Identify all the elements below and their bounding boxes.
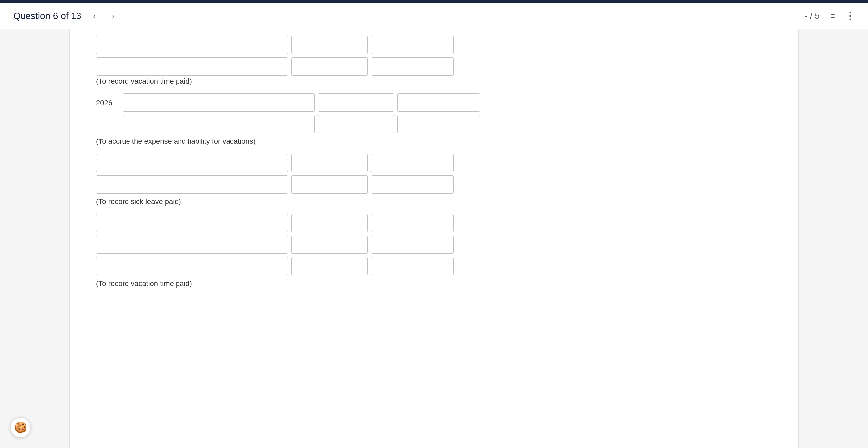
row-group-top [96, 36, 772, 54]
input-row [96, 36, 772, 54]
input-row [123, 93, 772, 112]
input-field[interactable] [371, 36, 454, 54]
input-field[interactable] [96, 57, 288, 76]
input-field[interactable] [123, 93, 315, 112]
input-field[interactable] [96, 36, 288, 54]
score-display: - / 5 [805, 10, 820, 21]
input-field[interactable] [123, 115, 315, 133]
input-row [96, 257, 772, 275]
left-sidebar [0, 29, 69, 448]
input-field[interactable] [318, 93, 394, 112]
input-field[interactable] [371, 57, 454, 76]
input-field[interactable] [291, 257, 368, 275]
cookie-button[interactable]: 🍪 [10, 417, 31, 438]
input-field[interactable] [96, 257, 288, 275]
input-row [96, 154, 772, 172]
input-field[interactable] [291, 175, 368, 193]
input-field[interactable] [291, 57, 368, 76]
list-icon[interactable]: ≡ [830, 11, 835, 21]
input-field[interactable] [291, 154, 368, 172]
year-label-2026: 2026 [96, 93, 123, 107]
input-row [96, 214, 772, 232]
input-row [123, 115, 772, 133]
input-field[interactable] [371, 175, 454, 193]
input-row [96, 236, 772, 254]
content-area: (To record vacation time paid) 2026 [69, 29, 799, 448]
input-field[interactable] [371, 257, 454, 275]
header-right: - / 5 ≡ ⋮ [805, 10, 855, 21]
input-row [96, 57, 772, 76]
input-field[interactable] [371, 154, 454, 172]
input-field[interactable] [96, 236, 288, 254]
input-field[interactable] [397, 115, 480, 133]
cookie-circle: 🍪 [10, 417, 31, 438]
header: Question 6 of 13 ‹ › - / 5 ≡ ⋮ [0, 3, 868, 29]
question-title: Question 6 of 13 [13, 10, 81, 21]
header-left: Question 6 of 13 ‹ › [13, 9, 118, 23]
input-field[interactable] [371, 214, 454, 232]
row-group-vacation-paid-2 [96, 214, 772, 275]
next-arrow-button[interactable]: › [107, 9, 118, 23]
description-accrue: (To accrue the expense and liability for… [96, 137, 772, 146]
description-vacation-paid-2: (To record vacation time paid) [96, 279, 772, 288]
input-field[interactable] [291, 236, 368, 254]
row-group-vacation-paid-1 [96, 57, 772, 76]
description-vacation-paid-1: (To record vacation time paid) [96, 77, 772, 86]
input-row [96, 175, 772, 193]
row-group-sick-leave [96, 154, 772, 193]
input-field[interactable] [96, 175, 288, 193]
prev-arrow-button[interactable]: ‹ [89, 9, 100, 23]
main-content: (To record vacation time paid) 2026 [0, 29, 868, 448]
input-field[interactable] [96, 154, 288, 172]
input-field[interactable] [318, 115, 394, 133]
more-icon[interactable]: ⋮ [845, 10, 855, 21]
input-field[interactable] [291, 36, 368, 54]
input-field[interactable] [397, 93, 480, 112]
section-2026-accrue: 2026 (To accrue the expense a [96, 93, 772, 146]
description-sick-leave: (To record sick leave paid) [96, 198, 772, 206]
top-bar [0, 0, 868, 3]
input-field[interactable] [96, 214, 288, 232]
right-sidebar [799, 29, 868, 448]
input-field[interactable] [291, 214, 368, 232]
input-field[interactable] [371, 236, 454, 254]
